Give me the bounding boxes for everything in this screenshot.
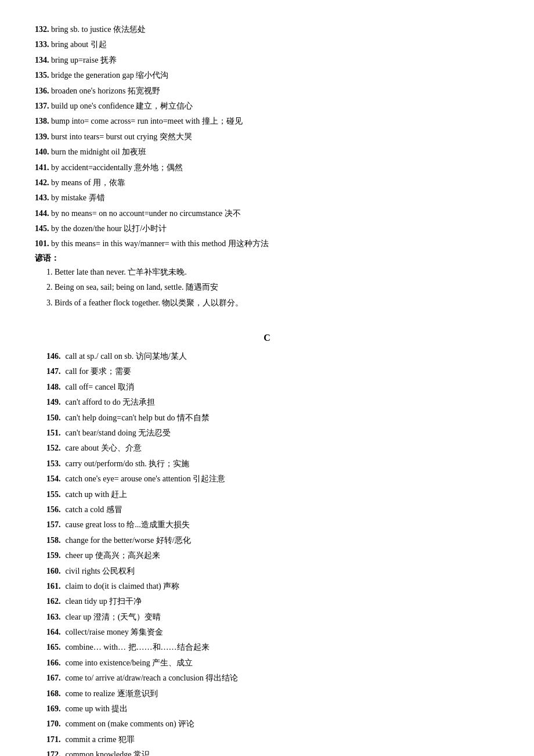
entry-number: 138. (35, 117, 51, 125)
proverb-section: 谚语：1. Better late than never. 亡羊补牢犹未晚.2.… (35, 253, 499, 321)
entry-number: 167. (46, 674, 61, 682)
entry-text: common knowledge 常识 (66, 750, 150, 756)
entry-number: 142. (35, 178, 51, 187)
list-item: 171.commit a crime 犯罪 (35, 733, 499, 746)
list-item: 155.catch up with 赶上 (35, 488, 499, 501)
entry-number: 154. (46, 474, 61, 483)
entry-text: collect/raise money 筹集资金 (66, 628, 164, 636)
list-item: 152.care about 关心、介意 (35, 442, 499, 455)
entry-number: 145. (35, 224, 51, 233)
list-item: 172.common knowledge 常识 (35, 748, 499, 756)
list-item: 147.call for 要求；需要 (35, 365, 499, 378)
entry-text: come into existence/being 产生、成立 (66, 658, 193, 667)
entry-text: catch a cold 感冒 (66, 505, 122, 514)
entry-text: call for 要求；需要 (66, 367, 132, 376)
entry-text: cause great loss to 给...造成重大损失 (66, 520, 190, 529)
list-item: 136. broaden one's horizons 拓宽视野 (35, 85, 499, 98)
list-item: 166.come into existence/being 产生、成立 (35, 657, 499, 669)
entry-text: cheer up 使高兴；高兴起来 (66, 551, 160, 560)
entry-number: 132. (35, 25, 51, 34)
list-item: 134. bring up=raise 抚养 (35, 54, 499, 67)
entry-number: 144. (35, 209, 51, 218)
entry-number: 152. (46, 444, 61, 452)
entry-number: 168. (46, 689, 61, 698)
entry-text: burst into tears= burst out crying 突然大哭 (51, 132, 192, 141)
list-item: 142. by means of 用，依靠 (35, 177, 499, 189)
entry-text: by mistake 弄错 (51, 193, 105, 202)
entry-text: change for the better/worse 好转/恶化 (66, 536, 191, 545)
entries-top-section: 132. bring sb. to justice 依法惩处133. bring… (35, 23, 499, 251)
list-item: 167.come to/ arrive at/draw/reach a conc… (35, 672, 499, 685)
list-item: 159.cheer up 使高兴；高兴起来 (35, 549, 499, 562)
entry-number: 153. (46, 459, 61, 468)
entry-text: broaden one's horizons 拓宽视野 (51, 87, 160, 95)
entry-text: come to realize 逐渐意识到 (66, 689, 158, 698)
entry-text: can't afford to do 无法承担 (66, 398, 156, 406)
entry-text: civil rights 公民权利 (66, 567, 135, 575)
entry-number: 156. (46, 505, 61, 514)
list-item: 139. burst into tears= burst out crying … (35, 131, 499, 143)
list-item: 154.catch one's eye= arouse one's attent… (35, 473, 499, 485)
entry-text: bridge the generation gap 缩小代沟 (51, 71, 168, 80)
entry-text: bump into= come across= run into=meet wi… (51, 117, 243, 125)
entry-number: 148. (46, 383, 61, 391)
entry-number: 160. (46, 567, 61, 575)
entry-number: 136. (35, 87, 51, 95)
list-item: 163.clear up 澄清；(天气）变晴 (35, 611, 499, 624)
list-item: 133. bring about 引起 (35, 38, 499, 51)
entry-number: 165. (46, 643, 61, 651)
entry-number: 133. (35, 40, 51, 49)
list-item: 148.call off= cancel 取消 (35, 381, 499, 394)
list-item: 158.change for the better/worse 好转/恶化 (35, 534, 499, 547)
entry-number: 141. (35, 163, 51, 172)
section-c-header: C (35, 333, 499, 343)
entry-text: catch up with 赶上 (66, 490, 128, 499)
entry-text: can't help doing=can't help but do 情不自禁 (66, 413, 210, 422)
entry-number: 169. (46, 704, 61, 713)
entry-text: bring about 引起 (51, 40, 107, 49)
list-item: 170.comment on (make comments on) 评论 (35, 718, 499, 730)
list-item: 160.civil rights 公民权利 (35, 565, 499, 578)
entry-text: by no means= on no account=under no circ… (51, 209, 241, 218)
list-item: 153.carry out/perform/do sth. 执行；实施 (35, 458, 499, 470)
list-item: 165.combine… with… 把……和……结合起来 (35, 641, 499, 654)
list-item: 151.can't bear/stand doing 无法忍受 (35, 427, 499, 440)
proverb-label: 谚语： (35, 253, 499, 264)
entry-text: carry out/perform/do sth. 执行；实施 (66, 459, 190, 468)
entry-number: 140. (35, 147, 51, 156)
entry-text: bring sb. to justice 依法惩处 (51, 25, 146, 34)
entry-text: catch one's eye= arouse one's attention … (66, 474, 226, 483)
list-item: 132. bring sb. to justice 依法惩处 (35, 23, 499, 36)
list-item: 161.claim to do(it is claimed that) 声称 (35, 580, 499, 593)
entry-text: clean tidy up 打扫干净 (66, 597, 142, 606)
entry-text: build up one's confidence 建立，树立信心 (51, 102, 193, 110)
list-item: 168.come to realize 逐渐意识到 (35, 687, 499, 700)
list-item: 144. by no means= on no account=under no… (35, 207, 499, 220)
list-item: 169.come up with 提出 (35, 703, 499, 715)
list-item: 141. by accident=accidentally 意外地；偶然 (35, 161, 499, 174)
entry-text: come to/ arrive at/draw/reach a conclusi… (66, 674, 239, 682)
list-item: 137. build up one's confidence 建立，树立信心 (35, 100, 499, 113)
list-item: 135. bridge the generation gap 缩小代沟 (35, 69, 499, 82)
entry-number: 158. (46, 536, 61, 545)
list-item: 162.clean tidy up 打扫干净 (35, 595, 499, 608)
entry-number: 157. (46, 520, 61, 529)
page-content: 132. bring sb. to justice 依法惩处133. bring… (35, 23, 499, 756)
entry-text: combine… with… 把……和……结合起来 (66, 643, 210, 651)
entry-number: 135. (35, 71, 51, 80)
entry-number: 143. (35, 193, 51, 202)
list-item: 157.cause great loss to 给...造成重大损失 (35, 519, 499, 531)
list-item: 156.catch a cold 感冒 (35, 503, 499, 516)
list-item: 138. bump into= come across= run into=me… (35, 115, 499, 128)
list-item: 143. by mistake 弄错 (35, 192, 499, 204)
proverb-item: 3. Birds of a feather flock together. 物以… (35, 297, 499, 309)
entry-text: by this means= in this way/manner= with … (51, 239, 269, 248)
entry-number: 162. (46, 597, 61, 606)
entry-text: care about 关心、介意 (66, 444, 142, 452)
list-item: 145. by the dozen/the hour 以打/小时计 (35, 222, 499, 235)
entry-text: can't bear/stand doing 无法忍受 (66, 429, 171, 437)
proverb-item: 1. Better late than never. 亡羊补牢犹未晚. (35, 266, 499, 279)
entry-text: call at sp./ call on sb. 访问某地/某人 (66, 352, 187, 361)
entry-text: commit a crime 犯罪 (66, 735, 135, 744)
list-item: 101. by this means= in this way/manner= … (35, 237, 499, 250)
